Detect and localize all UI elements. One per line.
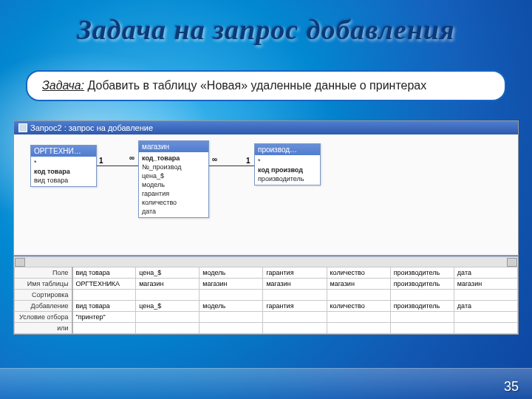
field[interactable]: код производ: [258, 166, 317, 174]
table-fields: код_товара №_производ цена_$ модель гара…: [139, 152, 208, 217]
table-orgtekhnika[interactable]: ОРГТЕХНИ… * код товара вид товара: [30, 145, 97, 187]
grid-row-table: Имя таблицы ОРГТЕХНИКА магазин магазин м…: [15, 279, 518, 290]
field[interactable]: *: [258, 157, 317, 166]
field[interactable]: модель: [142, 180, 205, 189]
field[interactable]: вид товара: [34, 176, 93, 185]
cell[interactable]: [390, 312, 454, 323]
cell[interactable]: [200, 312, 263, 323]
cell[interactable]: [390, 323, 454, 334]
cell[interactable]: [200, 290, 263, 301]
relationship-many: ∞: [212, 155, 217, 163]
cell[interactable]: [454, 290, 517, 301]
slide-title: Задача на запрос добавления: [0, 13, 532, 46]
cell[interactable]: магазин: [263, 279, 327, 290]
cell[interactable]: дата: [454, 267, 517, 279]
cell[interactable]: вид товара: [72, 267, 136, 279]
cell[interactable]: количество: [327, 267, 390, 279]
qbe-table: Поле вид товара цена_$ модель гарантия к…: [14, 267, 518, 334]
cell[interactable]: ОРГТЕХНИКА: [72, 279, 136, 290]
horizontal-scrollbar[interactable]: [14, 256, 518, 267]
query-designer-window: Запрос2 : запрос на добавление ОРГТЕХНИ……: [13, 120, 519, 335]
cell[interactable]: цена_$: [136, 301, 200, 312]
field[interactable]: гарантия: [142, 189, 205, 198]
table-caption: магазин: [139, 141, 208, 152]
grid-row-append: Добавление вид товара цена_$ модель гара…: [15, 301, 518, 312]
cell[interactable]: магазин: [327, 279, 390, 290]
grid-row-sort: Сортировка: [15, 290, 518, 301]
row-label: Сортировка: [15, 290, 72, 301]
cell[interactable]: модель: [200, 267, 263, 279]
field[interactable]: код_товара: [142, 154, 205, 163]
cell[interactable]: гарантия: [263, 267, 327, 279]
cell[interactable]: модель: [200, 301, 263, 312]
row-label: Поле: [15, 267, 72, 279]
relationship-line: [209, 166, 254, 166]
slide-footer: [0, 368, 532, 399]
window-titlebar[interactable]: Запрос2 : запрос на добавление: [14, 121, 518, 134]
cell[interactable]: [136, 290, 200, 301]
cell[interactable]: магазин: [454, 279, 517, 290]
window-icon: [18, 123, 27, 132]
field[interactable]: цена_$: [142, 171, 205, 180]
row-label: Условие отбора: [15, 312, 72, 323]
row-label: Имя таблицы: [15, 279, 72, 290]
table-magazin[interactable]: магазин код_товара №_производ цена_$ мод…: [138, 140, 209, 218]
table-caption: производ…: [255, 144, 320, 155]
cell[interactable]: [72, 323, 136, 334]
field[interactable]: дата: [142, 207, 205, 216]
table-fields: * код товара вид товара: [31, 157, 96, 186]
scroll-left-button[interactable]: [15, 258, 25, 267]
cell[interactable]: [454, 312, 517, 323]
relationship-line: [97, 166, 138, 166]
cell[interactable]: дата: [454, 301, 517, 312]
cell[interactable]: магазин: [200, 279, 263, 290]
page-number: 35: [504, 379, 519, 395]
cell[interactable]: вид товара: [72, 301, 136, 312]
relationship-many: ∞: [129, 154, 134, 162]
cell[interactable]: магазин: [136, 279, 200, 290]
cell[interactable]: "принтер": [72, 312, 136, 323]
cell[interactable]: [200, 323, 263, 334]
cell[interactable]: гарантия: [263, 301, 327, 312]
field[interactable]: код товара: [34, 167, 93, 176]
grid-row-criteria: Условие отбора "принтер": [15, 312, 518, 323]
field[interactable]: количество: [142, 198, 205, 207]
cell[interactable]: [327, 290, 390, 301]
field[interactable]: производитель: [258, 174, 317, 183]
cell[interactable]: производитель: [390, 279, 454, 290]
task-text: Добавить в таблицу «Новая» удаленные дан…: [84, 79, 426, 92]
task-label: Задача:: [42, 79, 84, 92]
cell[interactable]: [327, 312, 390, 323]
cell[interactable]: [263, 312, 327, 323]
task-box: Задача: Добавить в таблицу «Новая» удале…: [26, 70, 506, 101]
field[interactable]: №_производ: [142, 163, 205, 171]
cell[interactable]: [263, 290, 327, 301]
cell[interactable]: [390, 290, 454, 301]
grid-row-field: Поле вид товара цена_$ модель гарантия к…: [15, 267, 518, 279]
relationships-pane[interactable]: ОРГТЕХНИ… * код товара вид товара магази…: [14, 134, 518, 256]
cell[interactable]: [72, 290, 136, 301]
field[interactable]: *: [34, 158, 93, 167]
cell[interactable]: [136, 323, 200, 334]
table-fields: * код производ производитель: [255, 155, 320, 185]
scroll-right-button[interactable]: [507, 258, 517, 267]
window-title: Запрос2 : запрос на добавление: [30, 123, 153, 132]
cell[interactable]: [327, 323, 390, 334]
row-label: или: [15, 323, 72, 334]
cell[interactable]: цена_$: [136, 267, 200, 279]
qbe-grid[interactable]: Поле вид товара цена_$ модель гарантия к…: [14, 267, 518, 334]
grid-row-or: или: [15, 323, 518, 334]
cell[interactable]: [263, 323, 327, 334]
relationship-one: 1: [99, 157, 103, 165]
cell[interactable]: [454, 323, 517, 334]
table-caption: ОРГТЕХНИ…: [31, 146, 96, 157]
cell[interactable]: количество: [327, 301, 390, 312]
relationship-one: 1: [246, 157, 250, 165]
table-proizvod[interactable]: производ… * код производ производитель: [254, 143, 321, 185]
row-label: Добавление: [15, 301, 72, 312]
cell[interactable]: [136, 312, 200, 323]
cell[interactable]: производитель: [390, 267, 454, 279]
cell[interactable]: производитель: [390, 301, 454, 312]
